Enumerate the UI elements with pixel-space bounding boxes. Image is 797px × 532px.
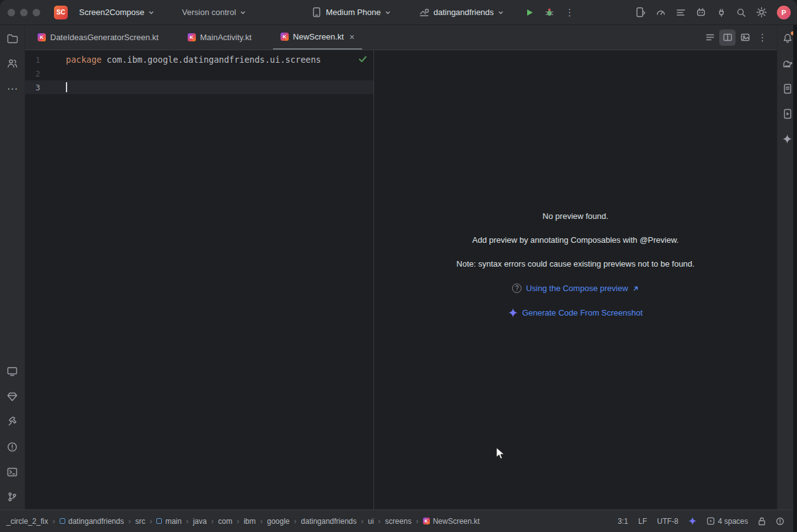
breadcrumb-item-file[interactable]: KNewScreen.kt [423, 517, 480, 526]
preview-hint: Add preview by annotating Composables wi… [473, 236, 679, 245]
version-control-menu[interactable]: Version control [177, 5, 251, 19]
version-control-tool-button[interactable] [4, 488, 21, 506]
breadcrumb-item[interactable]: java [193, 517, 206, 526]
logcat-icon [676, 8, 686, 17]
logcat-button[interactable] [673, 4, 689, 21]
code-keyword: package [66, 55, 102, 65]
more-run-actions-button[interactable]: ⋮ [562, 4, 578, 21]
people-icon [7, 58, 18, 68]
zoom-window-button[interactable] [33, 9, 40, 16]
profiler-button[interactable] [653, 4, 669, 21]
device-selector-label: Medium Phone [326, 8, 380, 17]
kotlin-file-icon: K [281, 33, 289, 41]
git-branch-icon [8, 492, 17, 502]
more-horizontal-icon: ⋯ [7, 83, 18, 94]
window-edge [793, 25, 797, 532]
build-tool-button[interactable] [4, 413, 21, 430]
device-mirroring-button[interactable] [633, 4, 649, 21]
hammer-icon [8, 417, 18, 427]
phone-device-icon [311, 7, 322, 18]
plugins-button[interactable] [713, 4, 729, 21]
encoding-widget[interactable]: UTF-8 [657, 517, 678, 526]
problems-tool-button[interactable] [4, 438, 21, 455]
preview-note: Note: syntax errors could cause existing… [456, 260, 694, 269]
gemini-sparkle-icon [783, 134, 792, 144]
app-module-icon [419, 7, 430, 18]
breadcrumb-item[interactable]: datingandfriends [301, 517, 357, 526]
studio-bot-button[interactable] [693, 4, 709, 21]
close-window-button[interactable] [8, 9, 15, 16]
resource-manager-button[interactable] [4, 55, 21, 72]
code-text: com.ibm.google.datingandfriends.ui.scree… [102, 55, 321, 65]
kotlin-file-icon: K [188, 33, 196, 41]
chevron-down-icon [498, 9, 504, 16]
chevron-down-icon [148, 9, 154, 16]
run-configuration-selector[interactable]: datingandfriends [414, 4, 509, 21]
split-view-icon [723, 33, 732, 41]
breadcrumb-separator: › [211, 517, 213, 526]
cursor-position-widget[interactable]: 3:1 [618, 517, 628, 526]
editor-line: 1 package com.ibm.google.datingandfriend… [25, 53, 373, 66]
generate-link-label: Generate Code From Screenshot [522, 308, 643, 317]
breadcrumb-item[interactable]: _circle_2_fix [6, 517, 48, 526]
folder-icon [7, 34, 18, 43]
close-tab-icon[interactable]: × [350, 33, 355, 41]
inspections-widget[interactable] [776, 517, 784, 526]
code-view-button[interactable] [702, 29, 718, 46]
chevron-down-icon [385, 9, 391, 16]
status-bar: _circle_2_fix › datingandfriends › src ›… [0, 509, 797, 532]
tab-mainactivity[interactable]: K MainActivity.kt [180, 25, 259, 50]
kotlin-file-icon: K [423, 518, 430, 524]
compose-preview-doc-link[interactable]: ? Using the Compose preview [512, 284, 639, 293]
window-controls [8, 9, 40, 16]
search-everywhere-button[interactable] [733, 4, 749, 21]
more-tool-windows-button[interactable]: ⋯ [4, 80, 21, 97]
breadcrumb-item[interactable]: src [135, 517, 145, 526]
kotlin-file-icon: K [38, 33, 46, 41]
editor-tab-bar: K DateIdeasGeneratorScreen.kt K MainActi… [25, 25, 777, 50]
plug-icon [717, 8, 726, 18]
indent-widget[interactable]: 4 spaces [707, 517, 748, 526]
breadcrumb-item[interactable]: google [267, 517, 289, 526]
generate-code-from-screenshot-link[interactable]: Generate Code From Screenshot [508, 308, 643, 317]
breadcrumb-item[interactable]: ibm [243, 517, 255, 526]
debug-button[interactable] [542, 4, 558, 21]
tab-newscreen[interactable]: K NewScreen.kt × [273, 25, 362, 50]
minimize-window-button[interactable] [20, 9, 28, 16]
device-manager-button[interactable] [4, 388, 21, 405]
breadcrumb: _circle_2_fix › datingandfriends › src ›… [6, 517, 479, 526]
run-button[interactable] [522, 4, 538, 21]
breadcrumb-item[interactable]: main [156, 517, 181, 526]
project-selector[interactable]: Screen2Compose [74, 5, 159, 19]
read-only-toggle[interactable] [758, 517, 766, 526]
check-icon [358, 55, 367, 63]
gemini-sparkle-icon [508, 308, 518, 317]
tab-dateideasgeneratorscreen[interactable]: K DateIdeasGeneratorScreen.kt [30, 25, 166, 50]
breadcrumb-item[interactable]: ui [368, 517, 373, 526]
app-logo: SC [54, 6, 68, 19]
line-separator-widget[interactable]: LF [638, 517, 647, 526]
breadcrumb-item[interactable]: screens [385, 517, 412, 526]
project-tool-button[interactable] [4, 29, 21, 47]
device-selector[interactable]: Medium Phone [306, 4, 395, 21]
bell-icon [783, 33, 793, 43]
design-view-icon [741, 33, 750, 41]
preview-title: No preview found. [543, 212, 609, 221]
design-view-button[interactable] [737, 29, 753, 46]
breadcrumb-item[interactable]: datingandfriends [60, 517, 124, 526]
gemini-status-button[interactable] [688, 517, 697, 525]
terminal-tool-button[interactable] [4, 463, 21, 481]
breadcrumb-item[interactable]: com [218, 517, 232, 526]
code-editor[interactable]: 1 package com.ibm.google.datingandfriend… [25, 50, 373, 509]
breadcrumb-separator: › [361, 517, 363, 526]
breadcrumb-separator: › [416, 517, 419, 526]
split-view-button[interactable] [719, 29, 735, 46]
profile-avatar[interactable]: P [777, 6, 791, 19]
breadcrumb-separator: › [294, 517, 297, 526]
settings-button[interactable] [753, 4, 769, 21]
inspections-ok-widget[interactable] [358, 55, 367, 65]
editor-more-options-button[interactable]: ⋮ [754, 29, 771, 46]
line-number: 2 [25, 69, 64, 78]
running-devices-button[interactable] [4, 363, 21, 380]
android-studio-window: SC Screen2Compose Version control Medium… [0, 0, 797, 532]
